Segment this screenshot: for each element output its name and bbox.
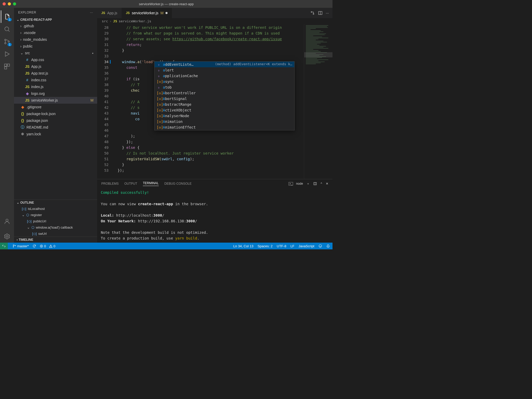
suggest-item[interactable]: [◇]AnimationEffect [155, 124, 294, 130]
source-control-icon[interactable]: 1 [1, 35, 13, 48]
accounts-icon[interactable] [1, 215, 13, 228]
new-terminal-icon[interactable]: ＋ [307, 182, 310, 186]
close-window-button[interactable] [3, 2, 6, 5]
compare-icon[interactable] [310, 11, 315, 15]
bottom-panel: PROBLEMS OUTPUT TERMINAL DEBUG CONSOLE >… [97, 179, 332, 243]
more-icon[interactable]: ··· [326, 11, 329, 15]
file-tree[interactable]: .github .vscode node_modules public src●… [14, 23, 97, 200]
folder-src[interactable]: src● [14, 50, 97, 56]
close-panel-icon[interactable]: ✕ [326, 182, 328, 185]
suggest-item[interactable]: [◇]AbortController [155, 90, 294, 96]
file-index-js[interactable]: JSindex.js [14, 83, 97, 90]
split-editor-icon[interactable] [318, 11, 323, 15]
minimap-viewport[interactable] [304, 52, 332, 57]
suggest-item[interactable]: [◇]AbstractRange [155, 102, 294, 107]
method-icon: ⬨ [157, 68, 161, 72]
folder-vscode[interactable]: .vscode [14, 29, 97, 36]
file-app-css[interactable]: #App.css [14, 56, 97, 63]
settings-gear-icon[interactable] [1, 230, 13, 243]
js-file-icon: JS [25, 64, 30, 69]
svg-point-8 [6, 236, 8, 237]
git-branch[interactable]: master* [12, 244, 29, 248]
outline-item[interactable]: [◇]publicUrl [14, 218, 97, 224]
code-content[interactable]: // Our service worker won't work if PUBL… [113, 24, 304, 179]
suggest-item[interactable]: [◇]Animation [155, 119, 294, 124]
chevron-down-icon [22, 213, 25, 217]
suggest-item[interactable]: ⬨atob [155, 84, 294, 90]
chevron-right-icon [20, 37, 22, 42]
intellisense-popup[interactable]: ⬨ addEventListe… (method) addEventListen… [154, 61, 295, 130]
tab-app-js[interactable]: JSApp.js [97, 8, 122, 18]
file-service-worker-js[interactable]: JSserviceWorker.jsM [14, 97, 97, 104]
file-package-lock[interactable]: {}package-lock.json [14, 110, 97, 117]
timeline-header[interactable]: TIMELINE [14, 237, 97, 243]
suggest-item[interactable]: [◇]AnalyserNode [155, 113, 294, 119]
panel-tab-debug[interactable]: DEBUG CONSOLE [164, 182, 192, 185]
class-icon: [◇] [157, 79, 161, 84]
problems-indicator[interactable]: 0 0 [40, 244, 55, 248]
file-index-css[interactable]: #index.css [14, 77, 97, 83]
notifications-icon[interactable] [326, 244, 330, 248]
outline-header[interactable]: OUTLINE [14, 200, 97, 205]
folder-node-modules[interactable]: node_modules [14, 36, 97, 43]
suggest-item[interactable]: ⬨applicationCache [155, 73, 294, 79]
encoding[interactable]: UTF-8 [277, 244, 286, 248]
panel-tab-problems[interactable]: PROBLEMS [101, 182, 119, 185]
svg-point-2 [5, 43, 6, 44]
folder-github[interactable]: .github [14, 23, 97, 29]
eol[interactable]: LF [290, 244, 294, 248]
minimap[interactable] [304, 24, 332, 179]
feedback-icon[interactable] [318, 244, 322, 248]
svg-point-1 [5, 39, 6, 41]
modified-indicator: M [161, 11, 164, 15]
sidebar-more-icon[interactable]: ··· [90, 11, 93, 14]
split-terminal-icon[interactable] [313, 182, 317, 185]
sync-icon[interactable] [32, 244, 36, 248]
outline-item[interactable]: ⬡register [14, 212, 97, 218]
suggest-detail: (method) addEventListener<K extends k… [215, 62, 292, 66]
outline-item[interactable]: ⬡window.a('load') callback [14, 224, 97, 230]
explorer-icon[interactable]: 1 [1, 10, 13, 23]
tab-service-worker[interactable]: JSserviceWorker.jsM [122, 8, 172, 18]
maximize-panel-icon[interactable]: ^ [321, 182, 322, 185]
suggest-item[interactable]: [◇]ActiveXObject [155, 107, 294, 113]
project-header[interactable]: CREATE-REACT-APP [14, 17, 97, 23]
language-mode[interactable]: JavaScript [298, 244, 314, 248]
file-gitignore[interactable]: ◆.gitignore [14, 104, 97, 110]
class-icon: [◇] [157, 114, 161, 118]
title-bar: serviceWorker.js — create-react-app [0, 0, 332, 8]
cursor-position[interactable]: Ln 34, Col 13 [233, 244, 253, 248]
suggest-item[interactable]: ⬨ addEventListe… (method) addEventListen… [155, 62, 294, 67]
file-logo-svg[interactable]: ◆logo.svg [14, 90, 97, 97]
breadcrumbs[interactable]: src › JS serviceWorker.js [97, 18, 332, 24]
git-file-icon: ◆ [20, 105, 25, 109]
indentation[interactable]: Spaces: 2 [257, 244, 272, 248]
sidebar: EXPLORER ··· CREATE-REACT-APP .github .v… [14, 8, 97, 243]
class-icon: [◇] [157, 108, 161, 112]
terminal[interactable]: Compiled successfully! You can now view … [97, 188, 332, 243]
method-icon: ⬨ [157, 85, 161, 89]
file-yarn-lock[interactable]: ✱yarn.lock [14, 131, 97, 137]
panel-tab-output[interactable]: OUTPUT [124, 182, 137, 185]
maximize-window-button[interactable] [13, 2, 16, 5]
file-package-json[interactable]: {}package.json [14, 117, 97, 124]
search-icon[interactable] [1, 23, 13, 35]
suggest-item[interactable]: [◇]AbortSignal [155, 96, 294, 102]
suggest-item[interactable]: ⬨alert [155, 67, 294, 73]
folder-public[interactable]: public [14, 43, 97, 50]
outline-item[interactable]: [◇]swUrl [14, 230, 97, 237]
suggest-item[interactable]: [◇]async [155, 79, 294, 84]
file-app-js[interactable]: JSApp.js [14, 63, 97, 70]
run-debug-icon[interactable] [1, 48, 13, 60]
symbol-icon: [◇] [22, 207, 26, 211]
chevron-right-icon: › [109, 19, 111, 23]
terminal-shell-selector[interactable]: >_ node [289, 182, 303, 185]
remote-indicator[interactable] [0, 243, 8, 249]
panel-tab-terminal[interactable]: TERMINAL [143, 181, 159, 186]
code-editor[interactable]: 2829303132333435363738394041424344454647… [97, 24, 332, 179]
file-readme[interactable]: ⓘREADME.md [14, 124, 97, 131]
outline-item[interactable]: [◇]isLocalhost [14, 205, 97, 212]
extensions-icon[interactable] [1, 60, 13, 73]
minimize-window-button[interactable] [8, 2, 11, 5]
file-app-test-js[interactable]: JSApp.test.js [14, 70, 97, 77]
